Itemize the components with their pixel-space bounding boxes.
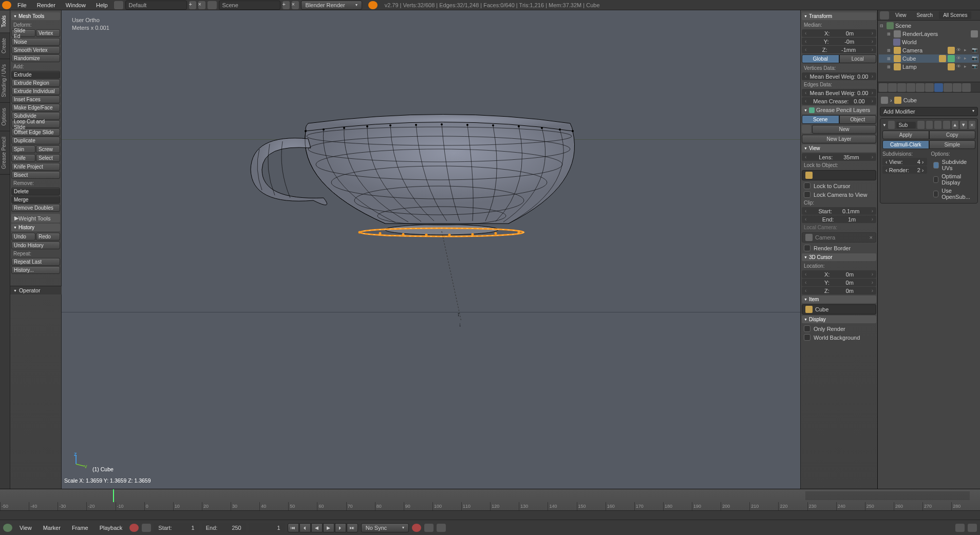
new-layer-button[interactable]: New Layer	[802, 135, 876, 143]
audio-scrub-icon[interactable]	[412, 524, 421, 532]
bc-pin-icon[interactable]	[881, 97, 888, 104]
scene-browse-icon[interactable]	[208, 1, 217, 9]
tab-create[interactable]: Create	[0, 33, 10, 59]
insert-key-icon[interactable]	[968, 524, 977, 532]
delete-menu[interactable]: Delete	[11, 188, 60, 195]
prop-render-icon[interactable]	[879, 83, 888, 92]
modifier-name-field[interactable]: Sub	[896, 122, 916, 128]
autokey-icon[interactable]	[129, 524, 139, 532]
merge-menu[interactable]: Merge	[11, 196, 60, 204]
offset-edge-button[interactable]: Offset Edge Slide	[11, 128, 60, 136]
outliner[interactable]: ⊟Scene ⊞RenderLayers World ⊞Camera👁▸📷 ⊞C…	[878, 21, 980, 82]
grease-new-button[interactable]: New	[812, 125, 876, 134]
apply-button[interactable]: Apply	[882, 131, 929, 139]
tab-tools[interactable]: Tools	[0, 10, 10, 33]
copy-button[interactable]: Copy	[929, 131, 976, 139]
layout-add-icon[interactable]: +	[189, 1, 196, 9]
screw-button[interactable]: Screw	[36, 145, 60, 153]
mod-render-toggle[interactable]	[917, 121, 925, 129]
tl-marker-menu[interactable]: Marker	[39, 524, 65, 532]
editor-type-icon[interactable]	[880, 11, 889, 20]
grease-pencil-checkbox[interactable]	[809, 107, 815, 113]
frame-start-field[interactable]: Start:1	[154, 523, 198, 532]
median-x-field[interactable]: X:0m	[802, 29, 876, 37]
prop-material-icon[interactable]	[953, 83, 962, 92]
3d-viewport[interactable]: User Ortho Meters x 0.001	[62, 10, 800, 489]
mean-crease-field[interactable]: Mean Crease:0.00	[802, 97, 876, 105]
optimal-display-checkbox[interactable]	[933, 176, 939, 183]
grease-scene-button[interactable]: Scene	[802, 115, 839, 124]
camera-select-icon[interactable]: ▸	[964, 47, 970, 53]
world-bg-checkbox[interactable]	[804, 334, 811, 341]
local-camera-field[interactable]: Camera×	[802, 232, 876, 243]
undo-button[interactable]: Undo	[11, 233, 35, 241]
tree-camera[interactable]: ⊞Camera👁▸📷	[879, 46, 979, 54]
redo-button[interactable]: Redo	[36, 233, 60, 241]
frame-end-field[interactable]: End:250	[202, 523, 246, 532]
subsurf-view-field[interactable]: ‹ View:4 ›	[882, 158, 927, 165]
timeline[interactable]: -50-40-30-20-100102030405060708090100110…	[0, 489, 980, 520]
lens-field[interactable]: Lens:35mm	[802, 153, 876, 161]
timeline-track[interactable]: -50-40-30-20-100102030405060708090100110…	[0, 489, 980, 511]
prop-data-icon[interactable]	[944, 83, 952, 92]
prop-object-icon[interactable]	[916, 83, 925, 92]
mod-delete-icon[interactable]: ×	[969, 121, 976, 129]
knife-button[interactable]: Knife	[11, 154, 35, 162]
layout-browse-icon[interactable]	[114, 1, 123, 9]
catmull-clark-button[interactable]: Catmull-Clark	[882, 140, 929, 149]
outliner-all-scenes-tab[interactable]: All Scenes	[939, 11, 971, 19]
inset-faces-button[interactable]: Inset Faces	[11, 96, 60, 103]
mod-editmode-toggle[interactable]	[934, 121, 941, 129]
layout-field[interactable]: Default	[125, 1, 187, 10]
only-render-checkbox[interactable]	[804, 325, 811, 332]
timeline-cursor[interactable]	[113, 489, 114, 502]
bisect-button[interactable]: Bisect	[11, 171, 60, 179]
outliner-view-tab[interactable]: View	[891, 11, 911, 19]
subdivide-uvs-checkbox[interactable]	[933, 162, 939, 169]
clip-start-field[interactable]: Start:0.1mm	[802, 207, 876, 215]
smooth-vertex-button[interactable]: Smooth Vertex	[11, 46, 60, 54]
remove-doubles-button[interactable]: Remove Doubles	[11, 204, 60, 212]
lamp-visibility-icon[interactable]: 👁	[956, 64, 963, 70]
grease-object-button[interactable]: Object	[839, 115, 877, 124]
add-modifier-button[interactable]: Add Modifier▾	[880, 107, 978, 116]
mod-expand-icon[interactable]: ▼	[882, 123, 887, 127]
keyframe-next-button[interactable]: ⏵	[335, 523, 346, 532]
item-panel-header[interactable]: Item	[802, 296, 876, 303]
lock-object-field[interactable]	[802, 170, 876, 180]
sync-dropdown[interactable]: No Sync▾	[361, 523, 409, 532]
render-engine-dropdown[interactable]: Blender Render▾	[301, 1, 362, 10]
menu-help[interactable]: Help	[92, 1, 112, 9]
camera-render-icon[interactable]: 📷	[972, 47, 978, 53]
repeat-last-button[interactable]: Repeat Last	[11, 258, 60, 266]
weight-tools-header[interactable]: ▶ Weight Tools	[11, 214, 60, 223]
prop-scene-icon[interactable]	[897, 83, 906, 92]
lock-camera-checkbox[interactable]	[804, 191, 811, 198]
tab-options[interactable]: Options	[0, 103, 10, 131]
menu-file[interactable]: File	[13, 1, 31, 9]
mean-bevel-weight-edges-field[interactable]: Mean Bevel Weig:0.00	[802, 89, 876, 97]
play-reverse-button[interactable]: ◀	[311, 523, 323, 532]
lock-cursor-checkbox[interactable]	[804, 182, 811, 189]
menu-window[interactable]: Window	[62, 1, 90, 9]
tl-view-menu[interactable]: View	[15, 524, 36, 532]
play-button[interactable]: ▶	[323, 523, 334, 532]
follow-icon[interactable]	[437, 524, 446, 532]
global-button[interactable]: Global	[802, 54, 839, 63]
scene-add-icon[interactable]: +	[282, 1, 290, 9]
view-panel-header[interactable]: View	[802, 144, 876, 152]
3d-cursor-panel-header[interactable]: 3D Cursor	[802, 253, 876, 261]
tl-playback-menu[interactable]: Playback	[96, 524, 127, 532]
outliner-search-tab[interactable]: Search	[913, 11, 937, 19]
operator-panel-header[interactable]: Operator	[10, 286, 62, 294]
autokey-dropdown-icon[interactable]	[142, 524, 151, 532]
cube-select-icon[interactable]: ▸	[964, 56, 970, 62]
spin-button[interactable]: Spin	[11, 145, 35, 153]
cursor-x-field[interactable]: X:0m	[802, 270, 876, 278]
current-frame-field[interactable]: 1	[249, 523, 285, 532]
layout-del-icon[interactable]: ×	[198, 1, 205, 9]
cube-render-icon[interactable]: 📷	[972, 56, 978, 62]
audio-mute-icon[interactable]	[424, 524, 434, 532]
tree-cube[interactable]: ⊞Cube👁▸📷	[879, 54, 979, 63]
clip-end-field[interactable]: End:1m	[802, 215, 876, 223]
